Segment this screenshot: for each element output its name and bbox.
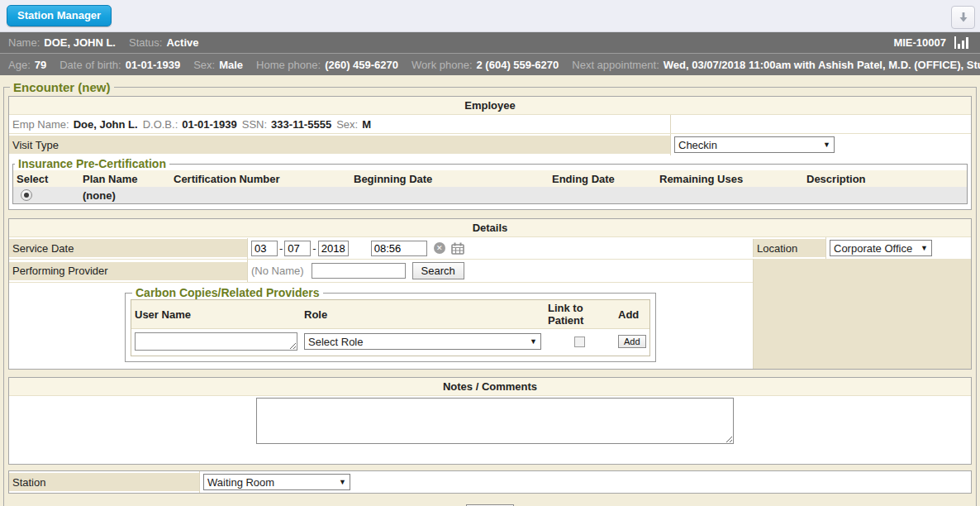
provider-search-button[interactable]: Search [412, 262, 464, 279]
service-date-month-input[interactable] [251, 241, 278, 256]
chevron-down-icon: ▼ [530, 337, 537, 346]
performing-provider-label: Performing Provider [9, 262, 247, 280]
patient-status: Active [166, 36, 198, 49]
cc-header-row: User Name Role Link to Patient Add [131, 300, 649, 329]
notes-textarea[interactable] [256, 398, 734, 444]
col-link-to-patient: Link to Patient [545, 300, 615, 328]
col-user-name: User Name [131, 307, 301, 322]
location-select[interactable]: Corporate Office ▼ [830, 240, 932, 256]
visit-type-selected: Checkin [678, 139, 717, 151]
chevron-down-icon: ▼ [921, 244, 928, 252]
cc-role-select[interactable]: Select Role ▼ [304, 333, 541, 350]
patient-name-bar: Name: DOE, JOHN L. Status: Active MIE-10… [0, 32, 980, 53]
status-label: Status: [129, 36, 162, 49]
employee-info-row: Emp Name: Doe, John L. D.O.B.: 01-01-193… [9, 115, 971, 133]
calendar-icon[interactable] [451, 242, 464, 255]
col-role: Role [301, 307, 545, 322]
visit-type-cell: Checkin ▼ [670, 134, 971, 155]
emp-dob-label: D.O.B.: [143, 118, 178, 131]
details-right-filler [753, 259, 971, 369]
top-toolbar: Station Manager [0, 0, 980, 32]
service-date-year-input[interactable] [318, 241, 349, 256]
date-separator: - [279, 242, 283, 255]
provider-search-input[interactable] [312, 263, 406, 279]
chevron-down-icon: ▼ [823, 141, 830, 149]
visit-type-select[interactable]: Checkin ▼ [674, 136, 835, 153]
emp-sex-value: M [362, 118, 371, 131]
col-ending-date: Ending Date [549, 170, 656, 187]
provider-no-name: (No Name) [251, 265, 304, 277]
insurance-plan-none: (none) [79, 187, 170, 203]
next-appt-label: Next appointment: [572, 59, 659, 71]
visit-type-row: Visit Type Checkin ▼ [9, 133, 971, 155]
employee-info-empty-cell [670, 115, 971, 133]
carbon-copies-fieldset: Carbon Copies/Related Providers User Nam… [125, 286, 656, 362]
carbon-copies-legend: Carbon Copies/Related Providers [132, 286, 323, 299]
col-description: Description [803, 170, 967, 187]
home-phone-label: Home phone: [256, 59, 321, 71]
cc-role-selected: Select Role [308, 336, 363, 348]
dob-value: 01-01-1939 [126, 59, 181, 71]
employee-section: Employee Emp Name: Doe, John L. D.O.B.: … [8, 96, 972, 210]
cc-user-name-input[interactable] [135, 332, 297, 351]
col-select: Select [13, 170, 79, 187]
sex-label: Sex: [193, 59, 215, 71]
main-content: Encounter (new) Employee Emp Name: Doe, … [0, 75, 980, 506]
chart-icon[interactable] [954, 36, 972, 49]
age-value: 79 [35, 59, 46, 71]
chevron-down-icon: ▼ [339, 478, 346, 486]
work-phone-label: Work phone: [412, 59, 472, 71]
location-selected: Corporate Office [834, 242, 912, 255]
col-add: Add [615, 307, 649, 322]
employee-info-cell: Emp Name: Doe, John L. D.O.B.: 01-01-193… [9, 115, 670, 133]
date-separator: - [312, 242, 316, 255]
download-button[interactable] [951, 6, 975, 29]
clear-date-icon[interactable]: ✕ [434, 242, 445, 254]
details-section: Details Service Date - - ✕ [8, 218, 972, 370]
station-select[interactable]: Waiting Room ▼ [203, 474, 350, 490]
notes-body [9, 396, 971, 464]
insurance-fieldset: Insurance Pre-Certification Select Plan … [12, 157, 968, 204]
emp-dob-value: 01-01-1939 [182, 118, 237, 131]
work-phone-value: 2 (604) 559-6270 [477, 59, 559, 71]
sex-value: Male [219, 59, 243, 71]
col-plan-name: Plan Name [79, 170, 170, 187]
cc-add-button[interactable]: Add [618, 335, 646, 348]
insurance-wrap: Insurance Pre-Certification Select Plan … [9, 155, 971, 209]
service-date-day-input[interactable] [284, 241, 311, 256]
cc-link-patient-checkbox[interactable] [574, 337, 585, 347]
station-section: Station Waiting Room ▼ [8, 470, 972, 494]
station-manager-button[interactable]: Station Manager [7, 5, 112, 26]
age-label: Age: [8, 59, 31, 71]
patient-mrn: MIE-10007 [893, 36, 946, 49]
emp-name-label: Emp Name: [12, 118, 69, 131]
emp-name-value: Doe, John L. [74, 118, 138, 131]
details-header: Details [9, 219, 971, 237]
next-appt-value: Wed, 03/07/2018 11:00am with Ashish Pate… [664, 59, 980, 71]
name-label: Name: [8, 36, 40, 49]
service-time-input[interactable] [371, 241, 427, 256]
notes-section: Notes / Comments [8, 377, 972, 465]
station-cell: Waiting Room ▼ [199, 471, 971, 493]
service-date-row: Service Date - - ✕ Location [9, 237, 971, 259]
insurance-radio-none[interactable] [21, 189, 32, 201]
patient-demographics-bar: Age: 79 Date of birth: 01-01-1939 Sex: M… [0, 53, 980, 75]
download-arrow-icon [957, 11, 970, 24]
station-selected: Waiting Room [207, 476, 274, 489]
service-date-label: Service Date [9, 239, 247, 257]
service-date-inputs: - - ✕ [247, 238, 753, 259]
encounter-fieldset: Encounter (new) Employee Emp Name: Doe, … [3, 80, 977, 506]
patient-name: DOE, JOHN L. [44, 36, 116, 49]
station-row: Station Waiting Room ▼ [9, 471, 971, 493]
emp-ssn-value: 333-11-5555 [271, 118, 331, 131]
performing-provider-row: Performing Provider (No Name) Search [9, 259, 753, 282]
emp-ssn-label: SSN: [242, 118, 267, 131]
home-phone-value: (260) 459-6270 [325, 59, 398, 71]
col-remaining-uses: Remaining Uses [656, 170, 803, 187]
dob-label: Date of birth: [59, 59, 121, 71]
emp-sex-label: Sex: [336, 118, 358, 131]
performing-provider-cell: (No Name) Search [247, 260, 753, 282]
encounter-legend: Encounter (new) [10, 80, 114, 94]
cc-input-row: Select Role ▼ Add [131, 329, 649, 356]
carbon-copies-row: Carbon Copies/Related Providers User Nam… [9, 282, 753, 362]
